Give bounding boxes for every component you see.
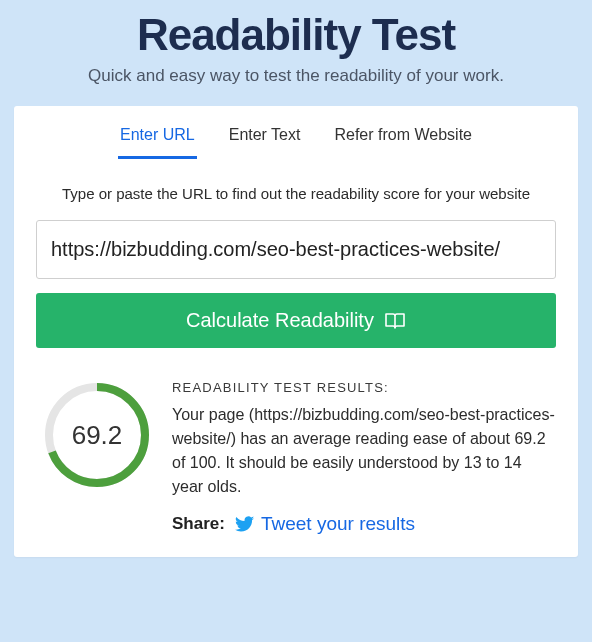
main-card: Enter URL Enter Text Refer from Website … bbox=[14, 106, 578, 557]
page-title: Readability Test bbox=[14, 10, 578, 60]
score-gauge: 69.2 bbox=[42, 380, 152, 490]
results-body: Your page (https://bizbudding.com/seo-be… bbox=[172, 403, 556, 499]
calculate-button-label: Calculate Readability bbox=[186, 309, 374, 332]
tabs: Enter URL Enter Text Refer from Website bbox=[36, 120, 556, 159]
tab-enter-url[interactable]: Enter URL bbox=[118, 120, 197, 159]
twitter-icon bbox=[235, 516, 255, 533]
instruction-text: Type or paste the URL to find out the re… bbox=[36, 185, 556, 202]
tab-refer-website[interactable]: Refer from Website bbox=[332, 120, 474, 159]
page-subtitle: Quick and easy way to test the readabili… bbox=[14, 66, 578, 86]
tweet-link[interactable]: Tweet your results bbox=[235, 513, 415, 535]
share-label: Share: bbox=[172, 514, 225, 534]
calculate-button[interactable]: Calculate Readability bbox=[36, 293, 556, 348]
results-section: 69.2 READABILITY TEST RESULTS: Your page… bbox=[36, 380, 556, 535]
tweet-link-label: Tweet your results bbox=[261, 513, 415, 535]
results-label: READABILITY TEST RESULTS: bbox=[172, 380, 556, 395]
score-value: 69.2 bbox=[42, 380, 152, 490]
book-icon bbox=[384, 312, 406, 330]
share-row: Share: Tweet your results bbox=[172, 513, 556, 535]
tab-enter-text[interactable]: Enter Text bbox=[227, 120, 303, 159]
url-input[interactable] bbox=[36, 220, 556, 279]
